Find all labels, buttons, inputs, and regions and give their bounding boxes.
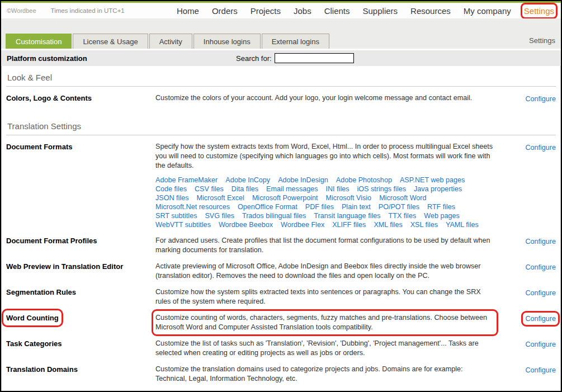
configure-link-web-preview-in-translation-editor[interactable]: Configure — [525, 263, 556, 271]
row-label: Translation Domains — [6, 365, 78, 374]
format-link-svg-files[interactable]: SVG files — [205, 211, 234, 220]
configure-cell: Configure — [516, 142, 556, 152]
row-label: Web Preview in Translation Editor — [6, 262, 123, 271]
row-description: Customize the translation domains used t… — [155, 365, 494, 384]
row-description: Customize how the system splits extracte… — [155, 287, 494, 306]
tab-inhouse-logins[interactable]: Inhouse logins — [193, 34, 261, 49]
format-link-microsoft-word[interactable]: Microsoft Word — [379, 193, 426, 202]
format-link-plain-text[interactable]: Plain text — [342, 202, 371, 211]
format-link-microsoft-excel[interactable]: Microsoft Excel — [196, 193, 244, 202]
configure-cell: Configure — [516, 236, 556, 246]
format-link-transit-language-files[interactable]: Transit language files — [314, 211, 380, 220]
nav-item-my-company[interactable]: My company — [464, 6, 511, 16]
format-link-xliff-files[interactable]: XLIFF files — [332, 220, 366, 229]
configure-link-task-categories[interactable]: Configure — [525, 341, 556, 348]
tab-license-usage[interactable]: License & Usage — [73, 34, 148, 49]
page-title: Platform customization — [7, 54, 87, 63]
configure-cell: Configure — [516, 262, 556, 272]
format-link-webvtt-subtitles[interactable]: WebVTT subtitles — [155, 220, 211, 229]
nav-item-suppliers[interactable]: Suppliers — [363, 6, 398, 16]
tab-activity[interactable]: Activity — [149, 34, 192, 49]
tabs-settings-label: Settings — [529, 36, 555, 45]
row-description-cell: Customize how the system splits extracte… — [155, 287, 516, 306]
row-description-cell: Activate previewing of Microsoft Office,… — [155, 262, 516, 281]
row-label-cell: Document Format Profiles — [6, 236, 155, 245]
format-link-microsoft-powerpoint[interactable]: Microsoft Powerpoint — [252, 193, 318, 202]
format-link-srt-subtitles[interactable]: SRT subtitles — [155, 211, 197, 220]
row-label-cell: Document Formats — [6, 142, 155, 152]
configure-cell: Configure — [516, 287, 556, 297]
row-document-formats: Document FormatsSpecify how the system e… — [6, 142, 556, 229]
configure-cell: Configure — [516, 339, 556, 349]
row-description: For advanced users. Create profiles that… — [155, 236, 494, 255]
row-label-cell: Word Counting — [6, 313, 155, 323]
tab-band: CustomisationLicense & UsageActivityInho… — [1, 18, 561, 49]
format-link-ini-files[interactable]: INI files — [326, 185, 350, 193]
format-link-trados-bilingual-files[interactable]: Trados bilingual files — [242, 211, 306, 220]
nav-item-resources[interactable]: Resources — [410, 6, 451, 16]
configure-cell: Configure — [516, 365, 556, 375]
format-link-xsl-files[interactable]: XSL files — [410, 220, 438, 229]
nav-item-home[interactable]: Home — [177, 6, 199, 16]
nav-item-clients[interactable]: Clients — [324, 6, 350, 16]
row-label-cell: Segmentation Rules — [6, 287, 155, 297]
format-link-wordbee-beebox[interactable]: Wordbee Beebox — [219, 220, 273, 229]
format-link-web-pages[interactable]: Web pages — [424, 211, 459, 220]
row-word-counting: Word CountingCustomize counting of words… — [6, 313, 556, 332]
format-link-code-files[interactable]: Code files — [155, 185, 187, 193]
row-description: Customize the colors of your account. Ad… — [155, 93, 494, 103]
row-web-preview-in-translation-editor: Web Preview in Translation EditorActivat… — [6, 262, 556, 281]
format-link-email-messages[interactable]: Email messages — [266, 185, 318, 193]
format-link-yaml-files[interactable]: YAML files — [446, 220, 479, 229]
format-link-microsoft-visio[interactable]: Microsoft Visio — [325, 193, 371, 202]
row-label-cell: Translation Domains — [6, 365, 155, 374]
format-link-ttx-files[interactable]: TTX files — [389, 211, 417, 220]
configure-link-translation-domains[interactable]: Configure — [525, 366, 556, 374]
configure-link-document-format-profiles[interactable]: Configure — [525, 238, 556, 245]
search-label: Search for: — [236, 54, 272, 63]
format-link-adobe-photoshop[interactable]: Adobe Photoshop — [336, 176, 392, 185]
row-label: Document Format Profiles — [6, 236, 97, 245]
top-navigation-bar: ©Wordbee Times indicated in UTC+1 HomeOr… — [1, 3, 561, 18]
format-link-pdf-files[interactable]: PDF files — [305, 202, 334, 211]
nav-item-settings[interactable]: Settings — [524, 6, 554, 16]
format-link-adobe-incopy[interactable]: Adobe InCopy — [225, 176, 270, 185]
configure-link-document-formats[interactable]: Configure — [525, 144, 556, 152]
tab-external-logins[interactable]: External logins — [262, 34, 329, 49]
row-description-cell: Customize the list of tasks such as 'Tra… — [155, 339, 516, 358]
format-link-wordbee-flex[interactable]: Wordbee Flex — [281, 220, 324, 229]
configure-link-colors-logo-contents[interactable]: Configure — [525, 95, 556, 103]
format-link-csv-files[interactable]: CSV files — [195, 185, 224, 193]
row-translation-domains: Translation DomainsCustomize the transla… — [6, 365, 556, 384]
tab-customisation[interactable]: Customisation — [6, 34, 72, 49]
format-link-dita-files[interactable]: Dita files — [232, 185, 258, 193]
configure-cell: Configure — [516, 313, 556, 323]
row-label: Colors, Logo & Contents — [6, 93, 92, 103]
configure-link-word-counting[interactable]: Configure — [525, 315, 556, 323]
format-link-openoffice-format[interactable]: OpenOffice Format — [238, 202, 297, 211]
format-link-java-properties[interactable]: Java properties — [414, 185, 462, 193]
format-link-json-files[interactable]: JSON files — [155, 193, 188, 202]
nav-item-projects[interactable]: Projects — [251, 6, 281, 16]
format-link-asp-net-web-pages[interactable]: ASP.NET web pages — [400, 176, 465, 185]
format-link-rtf-files[interactable]: RTF files — [427, 202, 455, 211]
nav-item-jobs[interactable]: Jobs — [294, 6, 311, 16]
tab-strip: CustomisationLicense & UsageActivityInho… — [6, 34, 330, 49]
main-nav: HomeOrdersProjectsJobsClientsSuppliersRe… — [177, 6, 554, 16]
nav-item-orders[interactable]: Orders — [212, 6, 238, 16]
format-link-adobe-indesign[interactable]: Adobe InDesign — [278, 176, 328, 185]
format-link-po-pot-files[interactable]: PO/POT files — [379, 202, 419, 211]
search-input[interactable] — [275, 53, 354, 63]
row-description-cell: Customize the colors of your account. Ad… — [155, 93, 516, 103]
row-segmentation-rules: Segmentation RulesCustomize how the syst… — [6, 287, 556, 306]
section-heading-translation-settings: Translation Settings — [6, 116, 556, 135]
configure-link-segmentation-rules[interactable]: Configure — [525, 289, 556, 297]
format-link-xml-files[interactable]: XML files — [374, 220, 402, 229]
row-task-categories: Task CategoriesCustomize the list of tas… — [6, 339, 556, 358]
format-link-adobe-framemaker[interactable]: Adobe FrameMaker — [155, 176, 218, 185]
row-label: Task Categories — [6, 339, 62, 348]
format-link-microsoft-net-resources[interactable]: Microsoft.Net resources — [155, 202, 230, 211]
format-link-ios-strings-files[interactable]: iOS strings files — [357, 185, 406, 193]
settings-list: Look & FeelColors, Logo & ContentsCustom… — [1, 66, 561, 392]
row-description: Activate previewing of Microsoft Office,… — [155, 262, 494, 281]
